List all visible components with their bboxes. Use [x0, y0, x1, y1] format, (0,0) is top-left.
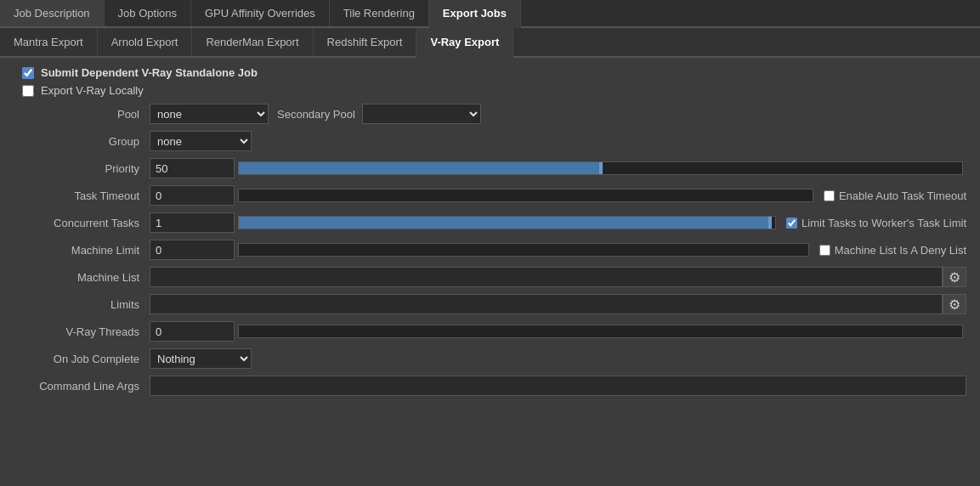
vray-threads-row: V-Ray Threads: [14, 319, 966, 343]
concurrent-tasks-slider[interactable]: [238, 216, 776, 229]
priority-slider[interactable]: [238, 161, 963, 175]
export-locally-label: Export V-Ray Locally: [41, 84, 144, 97]
gear-icon: ⚙: [949, 269, 960, 285]
tab-tile-rendering[interactable]: Tile Rendering: [330, 0, 429, 26]
concurrent-tasks-slider-fill: [239, 217, 770, 229]
concurrent-tasks-row: Concurrent Tasks Limit Tasks to Worker's…: [14, 211, 966, 235]
tab-vray-export[interactable]: V-Ray Export: [416, 28, 513, 58]
submit-dependent-label: Submit Dependent V-Ray Standalone Job: [41, 66, 258, 79]
priority-input[interactable]: [150, 158, 235, 178]
group-row: Group none: [14, 129, 966, 153]
submit-dependent-checkbox[interactable]: [22, 67, 34, 79]
tab-job-options[interactable]: Job Options: [105, 0, 191, 26]
limits-gear-button[interactable]: ⚙: [943, 294, 966, 314]
concurrent-tasks-input[interactable]: [150, 212, 235, 233]
deny-list-check: Machine List Is A Deny List: [819, 244, 966, 257]
group-label: Group: [14, 135, 150, 148]
limit-tasks-checkbox[interactable]: [786, 218, 797, 229]
tab-job-description[interactable]: Job Description: [0, 0, 105, 26]
pool-controls: none Secondary Pool: [150, 104, 481, 124]
machine-limit-input[interactable]: [150, 240, 235, 260]
vray-export-content: Submit Dependent V-Ray Standalone Job Ex…: [0, 58, 980, 410]
concurrent-tasks-label: Concurrent Tasks: [14, 217, 150, 229]
task-timeout-slider[interactable]: [238, 189, 813, 202]
vray-threads-label: V-Ray Threads: [14, 325, 150, 338]
pool-row: Pool none Secondary Pool: [14, 102, 966, 126]
priority-label: Priority: [14, 162, 150, 175]
second-tab-bar: Mantra Export Arnold Export RenderMan Ex…: [0, 28, 980, 58]
gear-icon: ⚙: [949, 297, 960, 313]
pool-select[interactable]: none: [150, 104, 269, 124]
machine-list-row: Machine List ⚙: [14, 265, 966, 289]
command-line-args-input[interactable]: [150, 376, 966, 396]
limits-input[interactable]: [150, 294, 943, 314]
vray-threads-slider[interactable]: [238, 325, 963, 338]
vray-threads-input[interactable]: [150, 321, 235, 342]
tab-redshift-export[interactable]: Redshift Export: [314, 28, 417, 56]
priority-row: Priority: [14, 156, 966, 180]
task-timeout-row: Task Timeout Enable Auto Task Timeout: [14, 184, 966, 207]
task-timeout-input[interactable]: [150, 185, 235, 206]
machine-limit-row: Machine Limit Machine List Is A Deny Lis…: [14, 238, 966, 262]
concurrent-tasks-slider-container: [235, 216, 779, 229]
on-job-complete-select[interactable]: Nothing Archive Delete: [150, 348, 252, 369]
task-timeout-label: Task Timeout: [14, 189, 150, 202]
group-select[interactable]: none: [150, 131, 252, 151]
command-line-args-row: Command Line Args: [14, 374, 966, 398]
machine-limit-label: Machine Limit: [14, 244, 150, 257]
on-job-complete-row: On Job Complete Nothing Archive Delete: [14, 347, 966, 370]
priority-slider-container: [235, 161, 966, 175]
secondary-pool-label: Secondary Pool: [277, 108, 355, 121]
deny-list-checkbox[interactable]: [819, 245, 830, 256]
tab-mantra-export[interactable]: Mantra Export: [0, 28, 98, 56]
concurrent-tasks-slider-thumb: [768, 217, 772, 229]
submit-dependent-row: Submit Dependent V-Ray Standalone Job: [14, 66, 966, 79]
task-timeout-slider-container: [235, 189, 817, 202]
limits-label: Limits: [14, 298, 150, 311]
machine-limit-slider[interactable]: [238, 243, 809, 257]
machine-limit-slider-container: [235, 243, 813, 257]
on-job-complete-label: On Job Complete: [14, 353, 150, 365]
limit-tasks-label: Limit Tasks to Worker's Task Limit: [802, 217, 966, 229]
limit-tasks-check: Limit Tasks to Worker's Task Limit: [786, 217, 966, 229]
tab-renderman-export[interactable]: RenderMan Export: [192, 28, 313, 56]
machine-list-input[interactable]: [150, 267, 943, 287]
secondary-pool-select[interactable]: [362, 104, 481, 124]
export-locally-checkbox[interactable]: [22, 85, 34, 97]
priority-slider-thumb: [599, 162, 603, 174]
machine-list-label: Machine List: [14, 271, 150, 284]
tab-arnold-export[interactable]: Arnold Export: [98, 28, 193, 56]
pool-label: Pool: [14, 108, 150, 121]
vray-threads-slider-container: [235, 325, 966, 338]
machine-list-gear-button[interactable]: ⚙: [943, 267, 966, 287]
tab-gpu-affinity[interactable]: GPU Affinity Overrides: [191, 0, 330, 26]
tab-export-jobs[interactable]: Export Jobs: [429, 0, 521, 28]
export-locally-row: Export V-Ray Locally: [14, 84, 966, 97]
top-tab-bar: Job Description Job Options GPU Affinity…: [0, 0, 980, 28]
limits-row: Limits ⚙: [14, 292, 966, 316]
auto-timeout-label: Enable Auto Task Timeout: [839, 189, 966, 202]
deny-list-label: Machine List Is A Deny List: [835, 244, 966, 257]
command-line-args-label: Command Line Args: [14, 380, 150, 393]
enable-auto-task-timeout-check: Enable Auto Task Timeout: [824, 189, 966, 202]
auto-timeout-checkbox[interactable]: [824, 190, 835, 201]
priority-slider-fill: [239, 162, 601, 174]
